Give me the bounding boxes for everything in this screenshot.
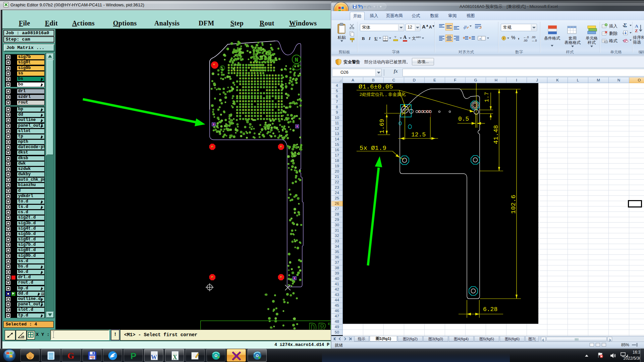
svg-text:1.69: 1.69 — [379, 119, 385, 133]
svg-text:64: 64 — [92, 358, 94, 360]
svg-text:ab: ab — [462, 24, 468, 30]
svg-text:W: W — [151, 354, 157, 361]
svg-text:Ø1.6±0.05: Ø1.6±0.05 — [359, 83, 393, 90]
svg-text:DRIL: DRIL — [309, 321, 331, 329]
svg-text:12.5: 12.5 — [411, 131, 426, 138]
svg-text:¥: ¥ — [502, 37, 505, 40]
svg-text:G: G — [67, 351, 74, 361]
svg-text:102.6: 102.6 — [510, 195, 517, 214]
svg-text:2处排定位孔，非金属化: 2处排定位孔，非金属化 — [360, 92, 406, 97]
svg-text:N: N — [295, 57, 299, 63]
svg-text:1.7: 1.7 — [484, 92, 490, 102]
svg-text:ok: ok — [21, 335, 24, 338]
svg-text:41.48: 41.48 — [492, 125, 500, 144]
svg-text:P: P — [130, 351, 136, 361]
svg-text:5x Ø1.9: 5x Ø1.9 — [360, 144, 386, 152]
svg-text:X: X — [173, 354, 177, 361]
svg-text:a: a — [479, 37, 481, 40]
svg-text:6.28: 6.28 — [483, 306, 497, 313]
svg-text:0.5: 0.5 — [458, 116, 469, 122]
